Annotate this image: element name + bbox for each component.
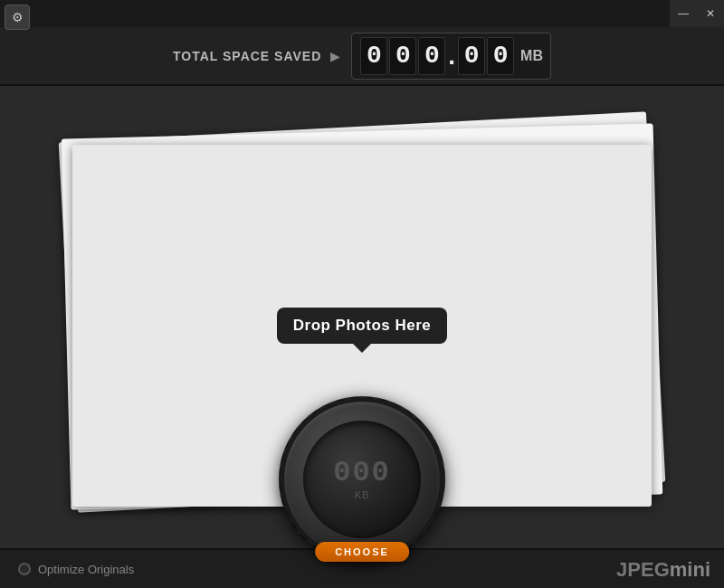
stats-bar: TOTAL SPACE SAVED ▶ 0 0 0 . 0 0 MB [0,27,724,86]
dial-display: 000 [333,459,391,488]
minimize-button[interactable]: — [670,0,697,27]
title-bar: — ✕ [0,0,724,27]
brand-mini: mini [670,558,710,581]
brand-logo: JPEGmini [616,558,710,582]
choose-button[interactable]: CHOOSE [315,542,409,562]
dial-container[interactable]: 000 KB CHOOSE [281,398,443,561]
settings-button[interactable]: ⚙ [5,5,30,30]
drop-tooltip-text: Drop Photos Here [293,317,432,334]
dial-inner: 000 KB [303,421,421,538]
brand-jpeg: JPEG [616,558,670,581]
stats-label: TOTAL SPACE SAVED [173,49,321,63]
dial-outer: 000 KB CHOOSE [281,398,443,561]
dial-unit: KB [355,489,370,500]
digit-5: 0 [487,37,514,75]
drop-tooltip: Drop Photos Here [277,308,448,344]
gear-icon: ⚙ [12,10,24,24]
close-button[interactable]: ✕ [697,0,724,27]
digit-3: 0 [418,37,445,75]
stats-arrow-icon: ▶ [330,49,340,63]
optimize-checkbox[interactable]: Optimize Originals [18,563,134,576]
optimize-label: Optimize Originals [38,563,134,576]
digit-2: 0 [389,37,416,75]
checkbox-circle-icon [18,563,31,575]
digit-1: 0 [360,37,387,75]
counter-display: 0 0 0 . 0 0 MB [351,33,551,80]
brand-text: JPEGmini [616,558,710,581]
digit-4: 0 [458,37,485,75]
counter-unit: MB [520,48,543,64]
decimal-point: . [448,43,455,69]
